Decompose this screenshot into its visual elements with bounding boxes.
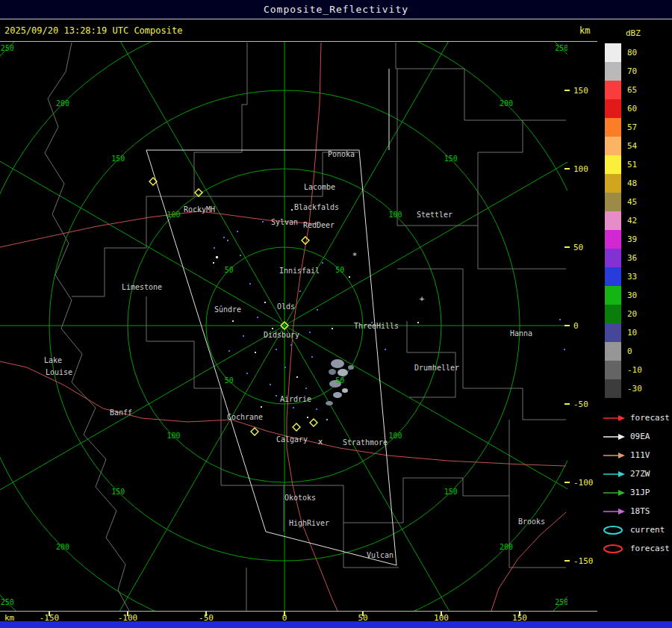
right-axis-label: 0	[573, 321, 579, 331]
radar-site-marker	[310, 419, 317, 426]
echo-dot	[349, 276, 350, 278]
ring-distance-label: 200	[56, 543, 69, 551]
city-label-didsbury: Didsbury	[264, 331, 299, 339]
dbz-scale-row: 45	[605, 193, 672, 211]
x-symbol: x	[318, 437, 323, 447]
boundary-line	[407, 321, 455, 397]
echo-dot	[255, 352, 256, 353]
echo-dot	[316, 408, 317, 410]
radar-site-marker	[293, 423, 300, 431]
echo-dot	[227, 240, 228, 241]
dbz-color-scale: 807065605754514845423936333020100-10-30	[597, 43, 672, 398]
city-label-ponoka: Ponoka	[328, 150, 355, 158]
boundary-line	[397, 226, 566, 269]
ring-distance-label: 150	[444, 155, 458, 163]
echo-dot	[299, 290, 301, 292]
bottom-bar	[0, 621, 672, 628]
echo-blob	[331, 359, 344, 368]
city-label-innisfail: Innisfail	[279, 267, 320, 275]
city-labels: PonokaLacombeBlackfaldsSylvanRedDeerRock…	[44, 150, 545, 559]
ring-distance-label: 250	[555, 44, 568, 52]
ring-distance-label: 50	[335, 376, 344, 385]
track-arrow-icon	[602, 469, 626, 479]
echo-dot	[223, 237, 225, 238]
echo-dot	[564, 349, 565, 350]
ring-distance-label: 150	[444, 488, 458, 496]
map-bottom-border	[0, 611, 597, 612]
track-ellipse-icon	[602, 544, 626, 554]
track-label: 31JP	[630, 488, 650, 497]
range-spoke	[284, 326, 501, 622]
dbz-value-label: 48	[627, 174, 637, 193]
city-label-sylvan: Sylvan	[271, 218, 298, 226]
dbz-value-label: 20	[627, 305, 637, 323]
echo-dot	[261, 406, 262, 408]
echo-blob	[329, 369, 336, 375]
ring-distance-label: 150	[111, 488, 125, 496]
track-label: 111V	[630, 450, 650, 460]
range-spoke	[284, 326, 597, 542]
echo-dot	[276, 395, 277, 397]
dbz-scale-row: 36	[605, 249, 672, 267]
dbz-value-label: 80	[627, 43, 637, 62]
track-legend-row: 31JP	[602, 483, 672, 502]
ring-distance-label: 200	[56, 99, 69, 108]
dbz-value-label: 33	[627, 267, 637, 286]
dbz-color-swatch	[605, 230, 621, 249]
dbz-color-swatch	[605, 43, 621, 62]
ring-distance-label: 250	[1, 598, 14, 606]
right-axis-label: -50	[573, 400, 588, 409]
dbz-value-label: 42	[627, 211, 637, 230]
city-label-threehills: ThreeHills	[354, 322, 399, 330]
dbz-color-swatch	[605, 81, 621, 99]
echo-dot	[240, 255, 241, 256]
track-arrow-icon	[602, 450, 626, 461]
dbz-scale-row: -30	[605, 379, 672, 398]
dbz-color-swatch	[605, 99, 621, 118]
dbz-color-swatch	[605, 249, 621, 267]
radar-map-canvas[interactable]: 5050505010010010010015015015015020020020…	[0, 42, 597, 622]
city-label-strathmore: Strathmore	[343, 438, 388, 447]
echo-dot	[332, 328, 333, 329]
ring-distance-label: 50	[225, 376, 234, 385]
dbz-value-label: 36	[627, 249, 637, 267]
echo-dot	[272, 328, 273, 329]
dbz-scale-row: 57	[605, 118, 672, 137]
city-label-drumheller: Drumheller	[414, 364, 459, 372]
dbz-scale-row: 80	[605, 43, 672, 62]
legend-unit-label: dBZ	[626, 28, 672, 38]
track-ellipse-icon	[602, 525, 626, 535]
echo-blob	[337, 369, 348, 376]
range-spoke	[0, 326, 284, 542]
ring-distance-label: 100	[388, 432, 402, 440]
echo-dot	[214, 247, 215, 249]
echo-dot	[291, 209, 293, 211]
dbz-scale-row: 70	[605, 62, 672, 81]
dbz-color-swatch	[605, 137, 621, 155]
track-arrow-icon	[602, 432, 626, 442]
dbz-color-swatch	[605, 174, 621, 193]
dbz-color-swatch	[605, 342, 621, 361]
echo-dot	[559, 319, 561, 320]
dbz-color-swatch	[605, 267, 621, 286]
dbz-color-swatch	[605, 211, 621, 230]
dbz-value-label: 10	[627, 323, 637, 342]
title-bar: Composite_Reflectivity	[0, 0, 672, 19]
ring-distance-label: 250	[1, 44, 14, 52]
track-label: forecast	[630, 413, 670, 423]
city-label-vulcan: Vulcan	[367, 551, 393, 559]
track-label: current	[630, 525, 665, 535]
ring-distance-label: 250	[555, 598, 568, 606]
echo-dot	[264, 302, 266, 303]
dbz-value-label: 54	[627, 137, 637, 155]
dbz-scale-row: 60	[605, 99, 672, 118]
right-axis-label: -100	[573, 478, 594, 488]
city-label-louise: Louise	[46, 368, 72, 376]
dbz-value-label: 45	[627, 193, 637, 211]
highway-line	[491, 512, 566, 611]
track-legend-row: 09EA	[602, 427, 672, 446]
dbz-scale-row: 42	[605, 211, 672, 230]
ring-distance-label: 100	[388, 211, 402, 219]
city-label-okotoks: Okotoks	[284, 494, 316, 502]
city-label-cochrane: Cochrane	[227, 413, 263, 421]
